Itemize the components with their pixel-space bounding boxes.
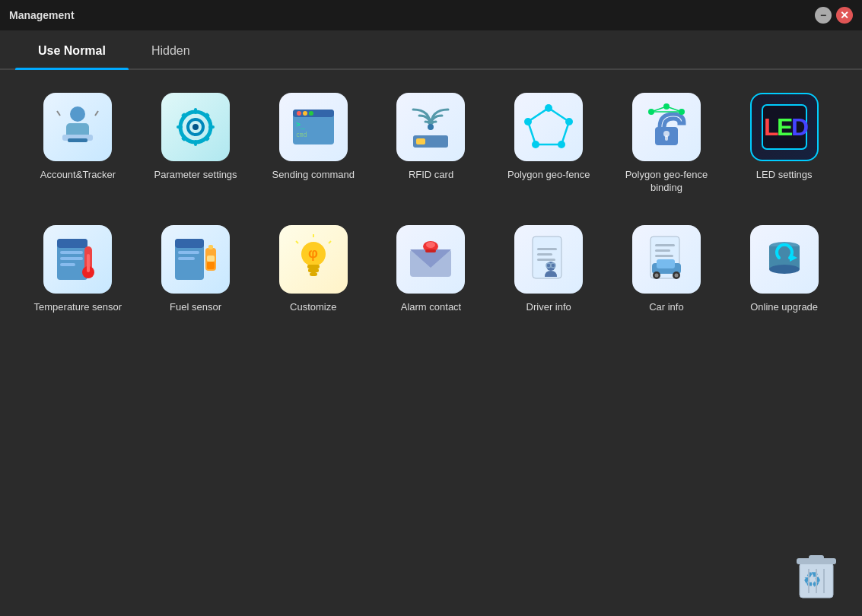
led-settings-icon: L E D: [750, 93, 819, 161]
sending-command-icon: >_ cmd: [279, 93, 348, 161]
rfid-card-label: RFID card: [409, 169, 453, 182]
car-info-label: Car info: [649, 301, 684, 314]
sending-command-label: Sending command: [272, 169, 355, 182]
svg-rect-9: [194, 108, 197, 114]
svg-rect-49: [60, 251, 83, 254]
svg-rect-79: [537, 253, 552, 256]
svg-rect-102: [809, 555, 824, 560]
svg-text:φ: φ: [308, 246, 318, 261]
svg-line-38: [651, 106, 666, 112]
svg-point-19: [297, 111, 301, 116]
svg-rect-51: [60, 263, 75, 266]
svg-rect-89: [655, 255, 673, 257]
tab-hidden[interactable]: Hidden: [129, 33, 213, 68]
svg-rect-56: [175, 239, 204, 248]
svg-line-5: [95, 111, 98, 116]
svg-rect-50: [60, 257, 83, 260]
svg-rect-58: [178, 257, 195, 260]
svg-rect-61: [208, 245, 213, 249]
icon-grid-row1: Account&Tracker Parameter settings: [0, 70, 862, 218]
svg-point-95: [674, 273, 678, 277]
svg-text:D: D: [791, 113, 809, 141]
fuel-sensor-icon: [161, 225, 230, 294]
rfid-card-icon: [396, 93, 465, 161]
svg-point-30: [558, 141, 565, 148]
tab-use-normal[interactable]: Use Normal: [15, 33, 129, 68]
title-bar: Management − ✕: [0, 0, 862, 30]
svg-rect-26: [416, 138, 425, 144]
svg-point-21: [309, 111, 313, 116]
svg-rect-65: [308, 268, 319, 272]
svg-text:♻: ♻: [803, 568, 822, 592]
svg-marker-27: [528, 108, 569, 144]
window-controls: − ✕: [815, 7, 853, 24]
led-settings-item[interactable]: L E D LED settings: [729, 85, 839, 202]
svg-point-74: [426, 242, 435, 248]
polygon-geofence-binding-label: Polygon geo-fence binding: [615, 169, 718, 195]
svg-point-24: [428, 124, 434, 130]
fuel-sensor-item[interactable]: Fuel sensor: [141, 218, 251, 322]
parameter-settings-label: Parameter settings: [154, 169, 237, 182]
customize-item[interactable]: φ Customize: [258, 218, 368, 322]
car-info-item[interactable]: Car info: [612, 218, 722, 322]
driver-info-label: Driver info: [526, 301, 571, 314]
svg-rect-54: [87, 254, 90, 272]
icon-grid-row2: Temperature sensor Fuel sensor: [0, 218, 862, 337]
account-tracker-label: Account&Tracker: [40, 169, 116, 182]
parameter-settings-icon: [161, 93, 230, 161]
svg-rect-75: [425, 249, 436, 252]
driver-info-item[interactable]: Driver info: [494, 218, 604, 322]
trash-icon[interactable]: ♻: [794, 548, 839, 601]
temperature-sensor-icon: [43, 225, 112, 294]
svg-line-70: [296, 241, 298, 243]
svg-rect-88: [655, 249, 670, 252]
alarm-contact-label: Alarm contact: [401, 301, 461, 314]
account-tracker-icon: [43, 93, 112, 161]
customize-icon: φ: [279, 225, 348, 294]
temperature-sensor-label: Temperature sensor: [34, 301, 122, 314]
close-button[interactable]: ✕: [836, 7, 853, 24]
svg-rect-48: [57, 239, 87, 248]
customize-label: Customize: [290, 301, 336, 314]
svg-rect-57: [178, 251, 199, 254]
svg-rect-60: [207, 262, 215, 269]
svg-rect-80: [537, 259, 555, 261]
svg-point-98: [769, 265, 800, 274]
minimize-button[interactable]: −: [815, 7, 832, 24]
polygon-geofence-label: Polygon geo-fence: [507, 169, 590, 182]
svg-rect-87: [655, 244, 675, 246]
online-upgrade-item[interactable]: Online upgrade: [729, 218, 839, 322]
svg-rect-10: [194, 140, 197, 146]
svg-point-0: [70, 106, 85, 122]
svg-rect-64: [307, 265, 320, 268]
polygon-geofence-binding-item[interactable]: Polygon geo-fence binding: [612, 85, 722, 202]
svg-text:>_: >_: [296, 120, 306, 129]
svg-rect-42: [665, 135, 668, 141]
rfid-card-item[interactable]: RFID card: [376, 85, 486, 202]
online-upgrade-icon: [750, 225, 819, 294]
polygon-geofence-icon: [514, 93, 583, 161]
svg-line-69: [329, 241, 331, 243]
sending-command-item[interactable]: >_ cmd Sending command: [258, 85, 368, 202]
svg-point-20: [303, 111, 307, 116]
svg-line-39: [666, 106, 682, 112]
polygon-geofence-binding-icon: [632, 93, 701, 161]
alarm-contact-item[interactable]: Alarm contact: [376, 218, 486, 322]
tab-bar: Use Normal Hidden: [0, 33, 862, 70]
svg-point-29: [565, 118, 573, 125]
account-tracker-item[interactable]: Account&Tracker: [23, 85, 133, 202]
parameter-settings-item[interactable]: Parameter settings: [141, 85, 251, 202]
svg-point-8: [192, 124, 199, 130]
svg-rect-11: [177, 125, 183, 129]
svg-point-93: [654, 273, 658, 277]
temperature-sensor-item[interactable]: Temperature sensor: [23, 218, 133, 322]
polygon-geofence-item[interactable]: Polygon geo-fence: [494, 85, 604, 202]
led-settings-label: LED settings: [756, 169, 813, 182]
fuel-sensor-label: Fuel sensor: [170, 301, 221, 314]
svg-rect-62: [207, 256, 215, 262]
svg-line-4: [57, 111, 60, 116]
alarm-contact-icon: [396, 225, 465, 294]
svg-rect-12: [208, 125, 215, 129]
svg-rect-78: [537, 248, 557, 250]
svg-rect-3: [68, 138, 87, 142]
